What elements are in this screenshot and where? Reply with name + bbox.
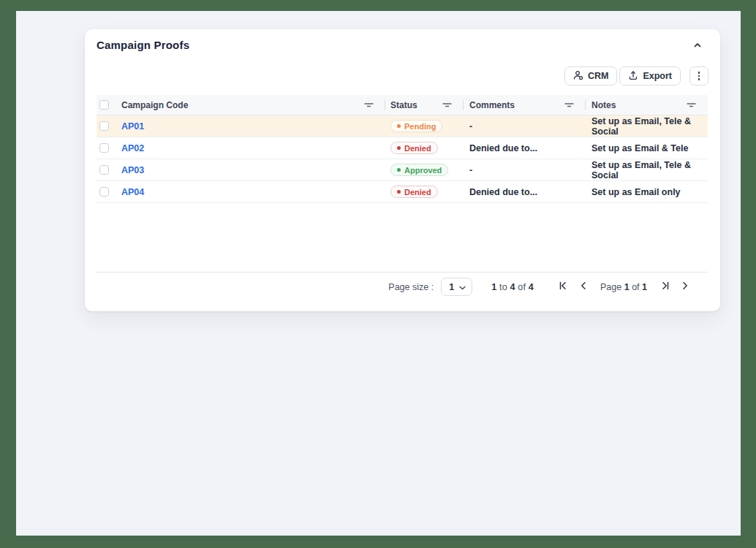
status-badge: Denied <box>390 142 438 154</box>
pagination-nav: Page 1 of 1 <box>559 281 689 292</box>
filter-icon[interactable] <box>363 100 375 110</box>
page-size-value: 1 <box>449 282 454 292</box>
campaign-table: Campaign Code Status Com <box>97 95 708 301</box>
page-size-label: Page size : <box>388 282 434 292</box>
last-page-icon <box>661 281 670 292</box>
chevron-left-icon <box>580 281 586 292</box>
table-empty-space <box>97 203 708 272</box>
page-total: 1 <box>642 282 647 292</box>
filter-icon[interactable] <box>441 100 453 110</box>
crm-button-label: CRM <box>588 71 608 81</box>
toolbar: CRM Export <box>564 66 708 85</box>
more-options-button[interactable] <box>689 66 708 85</box>
row-range-summary: 1 to 4 of 4 <box>491 282 534 292</box>
status-badge: Denied <box>390 186 438 198</box>
status-dot-icon <box>397 168 401 172</box>
campaign-code-link[interactable]: AP02 <box>121 143 144 153</box>
previous-page-button[interactable] <box>580 281 586 292</box>
toolbar-button-group: CRM Export <box>564 66 681 85</box>
comments-cell: Denied due to... <box>469 187 537 197</box>
user-gear-icon <box>573 70 583 83</box>
range-of-word: of <box>518 282 526 292</box>
row-checkbox[interactable] <box>99 121 109 131</box>
campaign-proofs-card: Campaign Proofs <box>85 29 720 311</box>
next-page-button[interactable] <box>682 281 689 292</box>
pagination-bar: Page size : 1 1 to 4 of 4 <box>97 272 708 301</box>
page-indicator: Page 1 of 1 <box>600 282 647 292</box>
notes-cell: Set up as Email, Tele & Social <box>591 116 708 137</box>
range-total: 4 <box>529 282 534 292</box>
campaign-code-link[interactable]: AP03 <box>121 165 144 175</box>
range-to: 4 <box>510 282 515 292</box>
range-from: 1 <box>491 282 496 292</box>
status-label: Denied <box>404 144 431 153</box>
table-header-row: Campaign Code Status Com <box>97 95 708 115</box>
row-checkbox[interactable] <box>99 165 109 175</box>
table-row[interactable]: AP04 Denied Denied due to... Set up as E… <box>97 181 708 203</box>
column-header-status: Status <box>385 95 464 115</box>
notes-cell: Set up as Email & Tele <box>591 143 688 153</box>
first-page-icon <box>559 281 567 292</box>
select-all-checkbox[interactable] <box>99 100 109 110</box>
status-dot-icon <box>397 146 401 150</box>
filter-icon[interactable] <box>685 100 698 110</box>
table-body: AP01 Pending - Set up as Email, Tele & S… <box>97 115 708 203</box>
page-size-select[interactable]: 1 <box>441 278 472 296</box>
chevron-right-icon <box>682 281 689 292</box>
status-dot-icon <box>397 124 401 128</box>
column-header-comments: Comments <box>464 95 586 115</box>
table-row[interactable]: AP02 Denied Denied due to... Set up as E… <box>97 137 708 159</box>
collapse-panel-button[interactable] <box>691 39 704 53</box>
kebab-menu-icon <box>698 72 700 80</box>
notes-cell: Set up as Email, Tele & Social <box>591 160 708 180</box>
status-label: Denied <box>404 188 431 197</box>
app-window: Campaign Proofs <box>16 11 741 536</box>
filter-icon[interactable] <box>563 100 575 110</box>
status-label: Pending <box>404 122 436 131</box>
range-to-word: to <box>499 282 507 292</box>
column-label: Campaign Code <box>121 100 188 110</box>
status-dot-icon <box>397 190 401 194</box>
chevron-up-icon <box>692 40 703 53</box>
page-title: Campaign Proofs <box>97 39 189 51</box>
column-label: Notes <box>591 100 616 110</box>
table-row[interactable]: AP01 Pending - Set up as Email, Tele & S… <box>97 115 708 137</box>
column-header-campaign-code: Campaign Code <box>116 95 385 115</box>
column-header-notes: Notes <box>586 95 708 115</box>
upload-icon <box>628 70 638 83</box>
page-of-word: of <box>632 282 639 292</box>
row-checkbox[interactable] <box>99 187 109 197</box>
column-label: Comments <box>469 100 515 110</box>
column-label: Status <box>390 100 417 110</box>
crm-button[interactable]: CRM <box>564 66 617 85</box>
chevron-down-icon <box>459 282 466 292</box>
export-button-label: Export <box>643 71 672 81</box>
row-checkbox[interactable] <box>99 143 109 153</box>
first-page-button[interactable] <box>559 281 567 292</box>
table-row[interactable]: AP03 Approved - Set up as Email, Tele & … <box>97 159 708 181</box>
last-page-button[interactable] <box>661 281 670 292</box>
notes-cell: Set up as Email only <box>591 187 681 197</box>
status-badge: Pending <box>390 120 442 132</box>
status-badge: Approved <box>390 164 448 176</box>
page-word: Page <box>600 282 621 292</box>
comments-cell: - <box>469 121 472 132</box>
export-button[interactable]: Export <box>619 66 681 85</box>
status-label: Approved <box>404 166 442 175</box>
comments-cell: - <box>469 165 472 175</box>
campaign-code-link[interactable]: AP04 <box>121 187 144 197</box>
campaign-code-link[interactable]: AP01 <box>121 121 144 132</box>
page-current: 1 <box>624 282 630 292</box>
comments-cell: Denied due to... <box>469 143 537 153</box>
desktop-background: Campaign Proofs <box>0 0 756 548</box>
